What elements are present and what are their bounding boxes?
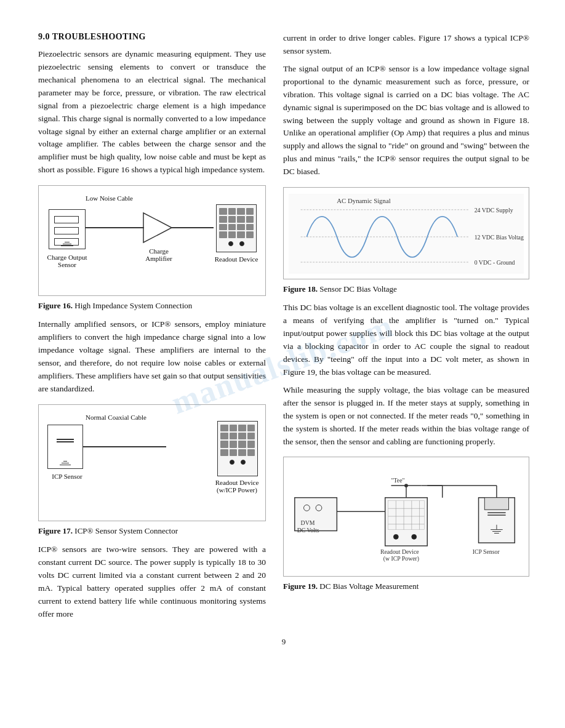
left-column: 9.0 TROUBLESHOOTING Piezoelectric sensor…: [38, 32, 266, 626]
fig16-caption: Figure 16. High Impedance System Connect…: [38, 300, 266, 312]
fig19-svg: DVM DC Volts "Tee": [289, 463, 524, 571]
svg-point-31: [393, 535, 398, 540]
right-para-2: The signal output of an ICP® sensor is a…: [283, 63, 529, 178]
fig18-caption: Figure 18. Sensor DC Bias Voltage: [283, 283, 529, 295]
figure-17-box: Normal Coaxial Cable ICP Sensor: [38, 404, 266, 521]
right-column: current in order to drive longer cables.…: [283, 32, 529, 626]
intro-paragraph-1: Piezoelectric sensors are dynamic measur…: [38, 48, 266, 177]
right-para-3: This DC bias voltage is an excellent dia…: [283, 302, 529, 379]
svg-text:Readout Device: Readout Device: [380, 548, 419, 555]
fig16-readout-label: Readout Device: [212, 255, 260, 263]
right-para-1: current in order to drive longer cables.…: [283, 32, 529, 58]
svg-text:24 VDC Supply: 24 VDC Supply: [475, 207, 513, 214]
figure-17-diagram: Normal Coaxial Cable ICP Sensor: [44, 411, 260, 516]
svg-point-18: [404, 484, 408, 488]
fig17-cable-line: [83, 446, 166, 447]
svg-point-32: [412, 535, 417, 540]
figure-18-box: AC Dynamic Signal 24 VDC Supply 12 VDC B…: [283, 187, 529, 279]
svg-marker-0: [143, 213, 172, 242]
fig16-wire-to-readout: [172, 227, 214, 228]
fig17-caption: Figure 17. ICP® Sensor System Connector: [38, 525, 266, 537]
figure-18-diagram: AC Dynamic Signal 24 VDC Supply 12 VDC B…: [289, 194, 524, 274]
section-heading: 9.0 TROUBLESHOOTING: [38, 32, 266, 42]
main-content: 9.0 TROUBLESHOOTING Piezoelectric sensor…: [38, 32, 529, 626]
svg-rect-42: [484, 498, 508, 510]
svg-text:ICP Sensor: ICP Sensor: [473, 548, 500, 555]
fig18-svg: AC Dynamic Signal 24 VDC Supply 12 VDC B…: [289, 194, 524, 274]
page-number: 9: [38, 637, 529, 647]
fig16-amp-triangle: [142, 212, 173, 244]
fig17-readout-box: [217, 421, 258, 476]
figure-16-box: Low Noise Cable Charge Output Sensor: [38, 185, 266, 296]
fig16-sensor-box: [49, 209, 86, 249]
fig17-sensor-box: [47, 425, 83, 469]
figure-19-box: DVM DC Volts "Tee": [283, 457, 529, 577]
icp-para-2: ICP® sensors are two-wire sensors. They …: [38, 543, 266, 621]
page: manualslib.com 9.0 TROUBLESHOOTING Piezo…: [0, 0, 565, 728]
right-para-4: While measuring the supply voltage, the …: [283, 384, 529, 449]
fig16-amp-label: Charge Amplifier: [137, 247, 180, 262]
fig17-sensor-label: ICP Sensor: [45, 473, 89, 480]
fig17-cable-label: Normal Coaxial Cable: [86, 414, 146, 421]
fig17-readout-label: Readout Device (w/ICP Power): [212, 479, 262, 494]
svg-text:0 VDC - Ground: 0 VDC - Ground: [475, 259, 515, 266]
figure-16-diagram: Low Noise Cable Charge Output Sensor: [44, 192, 260, 290]
fig16-cable-line: [86, 227, 144, 228]
fig16-cable-label: Low Noise Cable: [86, 194, 133, 202]
svg-text:DVM: DVM: [301, 519, 315, 526]
svg-text:"Tee": "Tee": [391, 478, 405, 484]
figure-19-diagram: DVM DC Volts "Tee": [289, 463, 524, 571]
svg-text:(w ICP Power): (w ICP Power): [383, 556, 419, 563]
svg-text:12 VDC Bias Voltage: 12 VDC Bias Voltage: [475, 234, 524, 241]
fig16-sensor-label: Charge Output Sensor: [46, 254, 88, 268]
svg-text:AC Dynamic Signal: AC Dynamic Signal: [337, 197, 390, 204]
svg-rect-22: [385, 498, 428, 546]
fig19-caption: Figure 19. DC Bias Voltage Measurement: [283, 580, 529, 593]
svg-text:DC Volts: DC Volts: [297, 527, 319, 534]
icp-para-1: Internally amplified sensors, or ICP® se…: [38, 318, 266, 396]
fig16-readout-box: [216, 204, 257, 252]
